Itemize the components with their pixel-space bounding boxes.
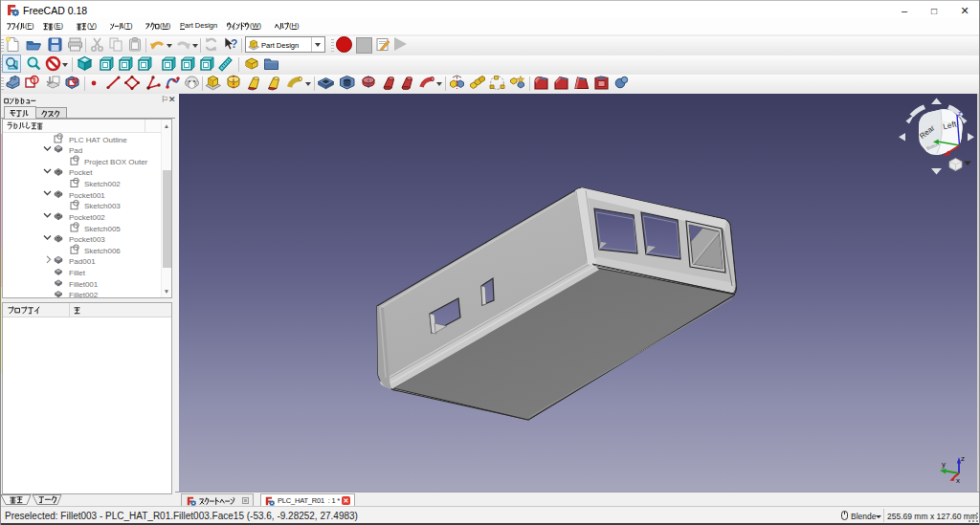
svg-text:z: z: [958, 110, 961, 117]
svg-text:y: y: [942, 460, 946, 469]
svg-text:z: z: [961, 454, 965, 463]
svg-text:x: x: [956, 476, 960, 485]
